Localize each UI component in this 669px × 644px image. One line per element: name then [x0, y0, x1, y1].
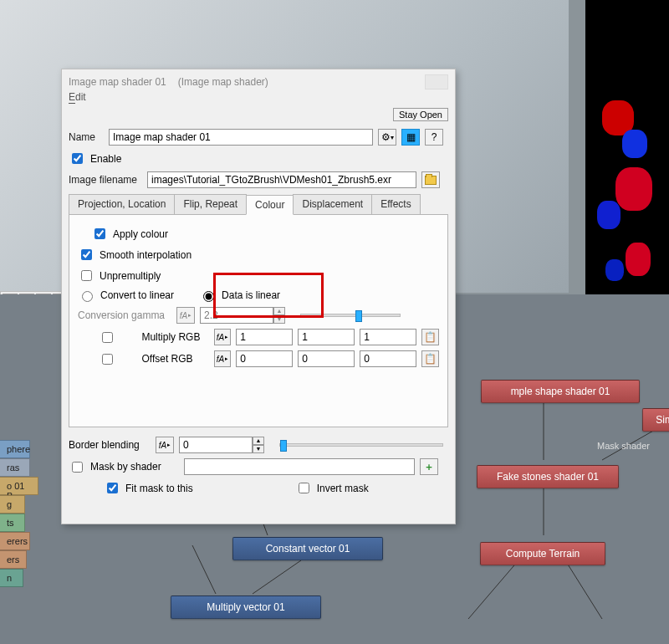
spin-down-icon[interactable]: ▼ — [253, 445, 264, 453]
tab-strip: Projection, Location Flip, Repeat Colour… — [69, 194, 448, 215]
smooth-interpolation-label: Smooth interpolation — [100, 249, 192, 261]
mask-shader-input[interactable] — [184, 458, 415, 475]
help-icon[interactable]: ? — [425, 129, 443, 146]
sidebar-item[interactable]: ras — [0, 458, 30, 477]
apply-colour-checkbox[interactable] — [94, 228, 105, 239]
apply-colour-label: Apply colour — [113, 228, 168, 240]
clipboard-icon[interactable]: 📋 — [421, 329, 439, 345]
slider-thumb[interactable] — [355, 310, 362, 322]
dialog-type: (Image map shader) — [178, 76, 268, 88]
off-g-input[interactable] — [298, 350, 355, 367]
multiply-rgb-checkbox[interactable] — [81, 332, 134, 343]
off-r-input[interactable] — [236, 350, 293, 367]
image-filename-input[interactable] — [147, 171, 416, 188]
border-blending-input[interactable] — [179, 437, 253, 453]
offset-rgb-label: Offset RGB — [141, 353, 208, 365]
highlight-box — [213, 273, 324, 318]
invert-mask-label: Invert mask — [317, 483, 369, 494]
mask-by-shader-checkbox[interactable] — [72, 462, 83, 473]
node-compute-terrain[interactable]: Compute Terrain — [480, 542, 605, 565]
mask-shader-label: Mask shader — [597, 441, 650, 451]
sidebar-item[interactable]: g — [0, 495, 25, 514]
preview-icon[interactable]: ▦ — [401, 129, 420, 146]
name-input[interactable] — [109, 129, 373, 146]
preview-blob — [626, 243, 651, 276]
fa-button-icon[interactable]: fA — [156, 437, 174, 453]
enable-label: Enable — [90, 153, 121, 165]
smooth-interpolation-checkbox[interactable] — [81, 249, 92, 260]
image-filename-label: Image filename — [69, 174, 142, 186]
conversion-gamma-label: Conversion gamma — [78, 309, 171, 321]
node-multiply-vector[interactable]: Multiply vector 01 — [171, 595, 321, 619]
menu-edit[interactable]: Edit — [69, 91, 86, 104]
add-icon[interactable]: ＋ — [420, 458, 438, 475]
preview-blob — [622, 130, 647, 158]
mult-r-input[interactable] — [236, 329, 293, 345]
sidebar-item[interactable]: ts — [0, 514, 25, 532]
clipboard-icon[interactable]: 📋 — [421, 350, 439, 367]
gear-icon[interactable]: ⚙▾ — [378, 129, 396, 146]
off-b-input[interactable] — [360, 350, 416, 367]
offset-rgb-checkbox[interactable] — [81, 354, 134, 365]
tab-flip-repeat[interactable]: Flip, Repeat — [174, 194, 247, 214]
mult-g-input[interactable] — [298, 329, 355, 345]
dialog-title: Image map shader 01 — [69, 76, 166, 88]
preview-blob — [615, 167, 652, 211]
mask-by-shader-label: Mask by shader — [90, 461, 179, 473]
sidebar-item[interactable]: n — [0, 569, 23, 587]
preview-panel — [585, 0, 669, 330]
invert-mask-checkbox[interactable] — [299, 483, 309, 493]
shader-dialog: Image map shader 01 (Image map shader) E… — [61, 69, 456, 524]
close-icon[interactable] — [425, 74, 448, 89]
sidebar-item[interactable]: ers — [0, 550, 27, 569]
spin-up-icon[interactable]: ▲ — [253, 437, 264, 445]
node-simple-shape[interactable]: mple shape shader 01 — [481, 380, 640, 403]
multiply-rgb-label: Multiply RGB — [141, 331, 208, 343]
preview-blob — [597, 201, 620, 229]
sidebar-item[interactable]: erers — [0, 532, 30, 550]
convert-to-linear-label: Convert to linear — [100, 289, 174, 301]
fa-button-icon[interactable]: fA — [214, 329, 232, 345]
stay-open-button[interactable]: Stay Open — [393, 108, 448, 121]
fit-mask-label: Fit mask to this — [125, 483, 193, 494]
enable-checkbox[interactable] — [72, 153, 83, 164]
tab-colour[interactable]: Colour — [246, 195, 294, 215]
border-blending-label: Border blending — [69, 439, 151, 451]
slider-thumb[interactable] — [280, 440, 287, 452]
fa-button-icon[interactable]: fA — [214, 350, 232, 367]
dialog-titlebar[interactable]: Image map shader 01 (Image map shader) — [62, 69, 455, 91]
node-simple-cut[interactable]: Simp — [642, 408, 669, 432]
colour-panel: Apply colour Smooth interpolation Unprem… — [69, 215, 448, 427]
sidebar-item[interactable]: phere — [0, 440, 30, 458]
border-slider[interactable] — [279, 443, 443, 447]
node-constant-vector[interactable]: Constant vector 01 — [232, 537, 383, 560]
sidebar-item[interactable]: o 01 B... — [0, 477, 38, 495]
name-label: Name — [69, 131, 104, 143]
convert-to-linear-radio[interactable] — [82, 291, 93, 302]
tab-projection[interactable]: Projection, Location — [69, 194, 175, 214]
tab-displacement[interactable]: Displacement — [293, 194, 372, 214]
fa-button-icon[interactable]: fA — [176, 307, 195, 324]
browse-file-icon[interactable] — [421, 171, 440, 188]
node-fake-stones[interactable]: Fake stones shader 01 — [477, 465, 619, 488]
preview-blob — [605, 259, 624, 281]
unpremultiply-checkbox[interactable] — [81, 270, 92, 281]
unpremultiply-label: Unpremultiply — [100, 270, 161, 282]
menu-bar: Edit — [62, 91, 455, 106]
tab-effects[interactable]: Effects — [371, 194, 420, 214]
mult-b-input[interactable] — [360, 329, 416, 345]
fit-mask-checkbox[interactable] — [107, 483, 118, 493]
